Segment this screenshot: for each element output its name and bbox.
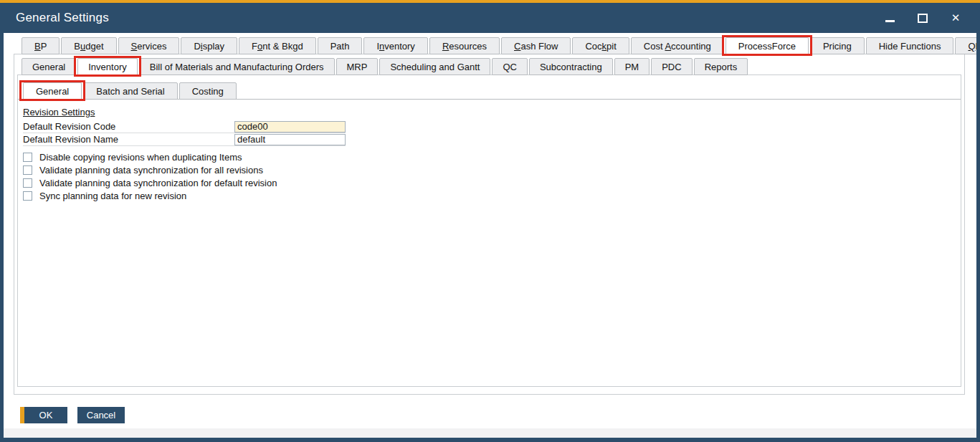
tab-resources[interactable]: Resources bbox=[429, 37, 500, 54]
checkbox-label: Validate planning data synchronization f… bbox=[39, 165, 263, 176]
tab-mrp[interactable]: MRP bbox=[336, 58, 379, 75]
minimize-icon[interactable] bbox=[884, 12, 895, 24]
section-title-revision-settings: Revision Settings bbox=[23, 107, 95, 117]
default-revision-name-input[interactable] bbox=[234, 134, 346, 145]
tab-hide-functions[interactable]: Hide Functions bbox=[866, 37, 954, 54]
disable-copying-revisions-when-duplicating-items-checkbox[interactable] bbox=[23, 153, 32, 162]
tab-pricing[interactable]: Pricing bbox=[810, 37, 865, 54]
close-icon[interactable]: ✕ bbox=[950, 12, 961, 24]
tab-general[interactable]: General bbox=[22, 58, 76, 75]
validate-planning-data-synchronization-for-all-revisions-checkbox[interactable] bbox=[23, 165, 32, 175]
button-bar: OK Cancel bbox=[20, 407, 976, 423]
tab-subcontracting[interactable]: Subcontracting bbox=[529, 58, 613, 75]
checkbox-row: Disable copying revisions when duplicati… bbox=[23, 150, 961, 163]
window-title: General Settings bbox=[0, 11, 109, 25]
dialog-body: BPBudgetServicesDisplayFont & BkgdPathIn… bbox=[4, 33, 976, 428]
revision-fields: Default Revision CodeDefault Revision Na… bbox=[23, 120, 346, 146]
field-row: Default Revision Code bbox=[23, 120, 346, 133]
tab-costing[interactable]: Costing bbox=[179, 82, 237, 100]
tab-pm[interactable]: PM bbox=[614, 58, 650, 75]
tab-display[interactable]: Display bbox=[181, 37, 237, 54]
tab-batch-and-serial[interactable]: Batch and Serial bbox=[83, 82, 177, 100]
window-controls: ✕ bbox=[884, 12, 980, 24]
tab-scheduling-and-gantt[interactable]: Scheduling and Gantt bbox=[379, 58, 490, 75]
ok-button[interactable]: OK bbox=[20, 407, 67, 423]
general-subtab-content: Revision Settings Default Revision CodeD… bbox=[18, 99, 961, 385]
tab-general[interactable]: General bbox=[23, 82, 82, 100]
tab-inventory[interactable]: Inventory bbox=[77, 58, 137, 75]
titlebar: General Settings ✕ bbox=[0, 3, 980, 33]
tab-budget[interactable]: Budget bbox=[61, 37, 116, 54]
revision-checkboxes: Disable copying revisions when duplicati… bbox=[23, 150, 961, 202]
default-revision-code-label: Default Revision Code bbox=[23, 121, 234, 132]
tab-processforce[interactable]: ProcessForce bbox=[726, 37, 809, 54]
tab-cash-flow[interactable]: Cash Flow bbox=[501, 37, 571, 54]
ok-button-label: OK bbox=[24, 407, 67, 423]
general-settings-window: General Settings ✕ BPBudgetServicesDispl… bbox=[0, 0, 980, 442]
window-footer-strip bbox=[4, 428, 976, 438]
tab-services[interactable]: Services bbox=[118, 37, 180, 54]
tab-pdc[interactable]: PDC bbox=[651, 58, 692, 75]
cancel-button[interactable]: Cancel bbox=[77, 407, 125, 423]
tab-inventory[interactable]: Inventory bbox=[363, 37, 428, 54]
sync-planning-data-for-new-revision-checkbox[interactable] bbox=[23, 191, 32, 201]
tab-qr-codes[interactable]: QR Codes bbox=[955, 37, 976, 54]
checkbox-row: Validate planning data synchronization f… bbox=[23, 163, 961, 176]
field-row: Default Revision Name bbox=[23, 133, 346, 146]
tab-row-inventory: GeneralBatch and SerialCosting bbox=[23, 82, 961, 99]
tab-cost-accounting[interactable]: Cost Accounting bbox=[631, 37, 724, 54]
checkbox-label: Disable copying revisions when duplicati… bbox=[39, 152, 242, 163]
tab-font-bkgd[interactable]: Font & Bkgd bbox=[239, 37, 316, 54]
maximize-icon[interactable] bbox=[917, 12, 928, 24]
checkbox-label: Validate planning data synchronization f… bbox=[39, 178, 277, 188]
tab-row-processforce: GeneralInventoryBill of Materials and Ma… bbox=[22, 58, 964, 75]
default-revision-name-label: Default Revision Name bbox=[23, 134, 234, 145]
tab-row-main: BPBudgetServicesDisplayFont & BkgdPathIn… bbox=[22, 37, 976, 54]
tab-path[interactable]: Path bbox=[318, 37, 363, 54]
default-revision-code-input[interactable] bbox=[234, 121, 346, 133]
processforce-panel: GeneralInventoryBill of Materials and Ma… bbox=[14, 54, 965, 395]
checkbox-label: Sync planning data for new revision bbox=[39, 191, 186, 201]
inventory-panel: GeneralBatch and SerialCosting Revision … bbox=[17, 75, 961, 387]
tab-bp[interactable]: BP bbox=[22, 37, 60, 54]
validate-planning-data-synchronization-for-default-revision-checkbox[interactable] bbox=[23, 178, 32, 188]
tab-reports[interactable]: Reports bbox=[694, 58, 748, 75]
tab-qc[interactable]: QC bbox=[492, 58, 528, 75]
checkbox-row: Sync planning data for new revision bbox=[23, 189, 961, 202]
checkbox-row: Validate planning data synchronization f… bbox=[23, 176, 961, 189]
tab-bill-of-materials-and-manufacturing-orders[interactable]: Bill of Materials and Manufacturing Orde… bbox=[139, 58, 335, 75]
tab-cockpit[interactable]: Cockpit bbox=[572, 37, 629, 54]
